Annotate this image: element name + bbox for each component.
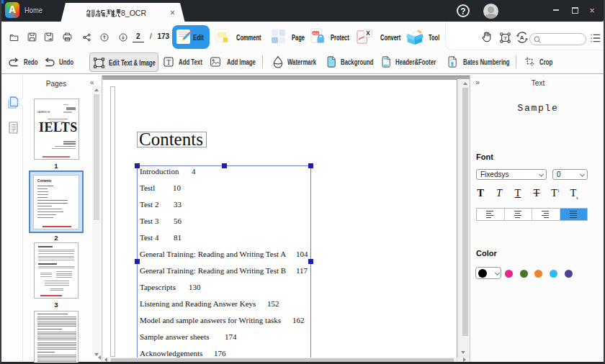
svg-text:T: T xyxy=(166,58,171,66)
svg-text:T: T xyxy=(504,35,508,41)
svg-text:A: A xyxy=(520,35,524,41)
svg-text:X: X xyxy=(366,30,370,37)
svg-text:PDF: PDF xyxy=(313,32,319,35)
